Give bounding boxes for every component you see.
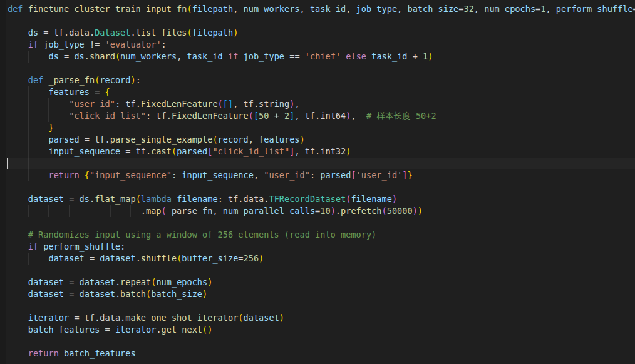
code-line[interactable]: parsed = tf.parse_single_example(record,… <box>8 134 635 146</box>
code-line[interactable]: ds = ds.shard(num_workers, task_id if jo… <box>8 51 635 63</box>
code-line[interactable] <box>8 181 635 193</box>
code-line[interactable]: if job_type != 'evaluator': <box>8 39 635 51</box>
code-line[interactable]: features = { <box>8 86 635 98</box>
code-text: if perform_shuffle: <box>8 241 125 251</box>
indent-guide <box>8 15 8 27</box>
code-text: ds = tf.data.Dataset.list_files(filepath… <box>8 28 238 38</box>
code-line[interactable]: def _parse_fn(record): <box>8 74 635 86</box>
code-line[interactable]: if perform_shuffle: <box>8 241 635 253</box>
code-line[interactable]: input_sequence = tf.cast(parsed["click_i… <box>8 146 635 158</box>
code-line[interactable]: return batch_features <box>8 348 635 360</box>
text-cursor <box>7 158 8 169</box>
code-line[interactable]: batch_features = iterator.get_next() <box>8 324 635 336</box>
code-text: iterator = tf.data.make_one_shot_iterato… <box>8 313 284 323</box>
indent-guide <box>8 265 8 276</box>
indent-guide <box>8 181 8 193</box>
code-text: "click_id_list": tf.FixedLenFeature([50 … <box>8 111 436 121</box>
code-text: # Randomizes input using a window of 256… <box>8 230 376 240</box>
code-line[interactable]: iterator = tf.data.make_one_shot_iterato… <box>8 312 635 324</box>
code-line[interactable] <box>8 217 635 229</box>
code-text: dataset = dataset.repeat(num_epochs) <box>8 277 212 287</box>
code-line[interactable] <box>8 300 635 312</box>
code-line[interactable] <box>8 265 635 276</box>
code-line[interactable] <box>8 15 635 27</box>
code-line[interactable]: dataset = dataset.shuffle(buffer_size=25… <box>8 253 635 265</box>
code-text: dataset = dataset.shuffle(buffer_size=25… <box>8 253 264 263</box>
code-line[interactable]: def finetune_cluster_train_input_fn(file… <box>8 3 635 15</box>
indent-guide <box>28 158 29 169</box>
code-text: features = { <box>8 87 110 97</box>
code-line[interactable]: } <box>8 122 635 134</box>
code-text: } <box>8 123 54 133</box>
code-line[interactable]: # Randomizes input using a window of 256… <box>8 229 635 241</box>
code-text: if job_type != 'evaluator': <box>8 39 167 49</box>
indent-guide <box>8 63 8 74</box>
code-text: dataset = dataset.batch(batch_size) <box>8 289 207 299</box>
code-text: batch_features = iterator.get_next() <box>8 325 212 335</box>
code-text: def finetune_cluster_train_input_fn(file… <box>8 4 635 14</box>
code-text: "user_id": tf.FixedLenFeature([], tf.str… <box>8 99 300 109</box>
code-text: def _parse_fn(record): <box>8 75 141 85</box>
code-editor[interactable]: def finetune_cluster_train_input_fn(file… <box>0 0 635 364</box>
code-line[interactable]: ds = tf.data.Dataset.list_files(filepath… <box>8 27 635 39</box>
code-line[interactable]: dataset = ds.flat_map(lambda filename: t… <box>8 193 635 205</box>
code-line[interactable] <box>8 158 635 169</box>
code-text: return batch_features <box>8 348 136 358</box>
code-text: input_sequence = tf.cast(parsed["click_i… <box>8 146 351 156</box>
indent-guide <box>8 300 8 312</box>
indent-guide <box>8 217 8 229</box>
code-line[interactable] <box>8 336 635 348</box>
code-line[interactable]: .map(_parse_fn, num_parallel_calls=10).p… <box>8 205 635 217</box>
code-text: return {"input_sequence": input_sequence… <box>8 170 413 180</box>
code-text: parsed = tf.parse_single_example(record,… <box>8 134 305 144</box>
code-text: ds = ds.shard(num_workers, task_id if jo… <box>8 51 433 61</box>
code-line[interactable]: "click_id_list": tf.FixedLenFeature([50 … <box>8 110 635 122</box>
code-line[interactable] <box>8 63 635 74</box>
code-text: .map(_parse_fn, num_parallel_calls=10).p… <box>8 206 423 216</box>
code-line[interactable]: dataset = dataset.batch(batch_size) <box>8 288 635 300</box>
indent-guide <box>8 336 8 348</box>
code-line[interactable]: return {"input_sequence": input_sequence… <box>8 169 635 181</box>
code-line[interactable]: "user_id": tf.FixedLenFeature([], tf.str… <box>8 98 635 110</box>
code-text: dataset = ds.flat_map(lambda filename: t… <box>8 194 397 204</box>
code-line[interactable]: dataset = dataset.repeat(num_epochs) <box>8 276 635 288</box>
